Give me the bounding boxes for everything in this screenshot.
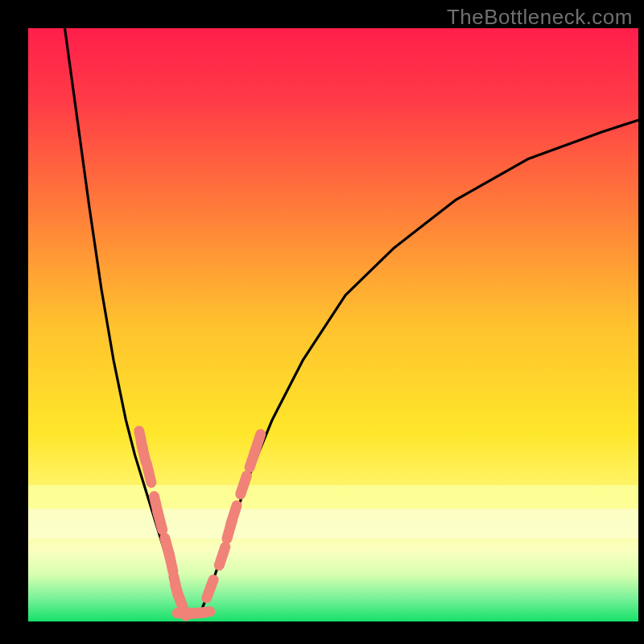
data-point-marker xyxy=(147,464,151,482)
data-point-marker xyxy=(241,476,247,494)
data-point-marker xyxy=(169,553,173,572)
data-point-marker xyxy=(254,435,261,453)
data-point-marker xyxy=(191,612,210,614)
watermark-text: TheBottleneck.com xyxy=(447,5,633,30)
svg-rect-4 xyxy=(28,509,638,539)
chart-frame: TheBottleneck.com xyxy=(0,0,644,644)
bottleneck-curve-plot xyxy=(0,0,644,644)
data-point-marker xyxy=(158,511,163,530)
data-point-marker xyxy=(219,547,225,566)
svg-rect-3 xyxy=(28,485,638,508)
data-point-marker xyxy=(231,506,237,524)
data-point-marker xyxy=(207,580,213,597)
